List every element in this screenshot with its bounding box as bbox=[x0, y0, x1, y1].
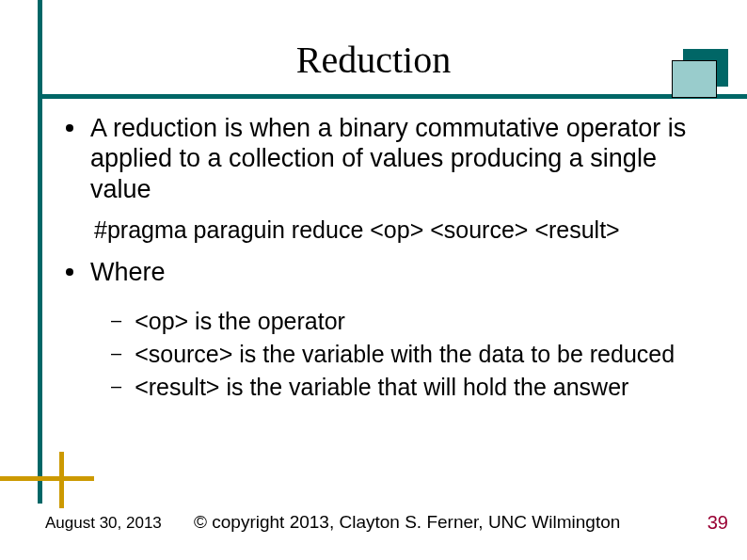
bullet-item: A reduction is when a binary commutative… bbox=[66, 113, 719, 204]
footer-date: August 30, 2013 bbox=[45, 514, 162, 533]
bullet-dash-icon: – bbox=[111, 343, 121, 364]
bullet-dot-icon bbox=[66, 268, 73, 276]
bullet-text: A reduction is when a binary commutative… bbox=[90, 113, 719, 204]
sub-bullet-text: <source> is the variable with the data t… bbox=[135, 340, 675, 369]
sub-bullet-item: – <result> is the variable that will hol… bbox=[111, 373, 719, 402]
footer-vertical-rule bbox=[59, 452, 64, 508]
slide-title: Reduction bbox=[0, 0, 747, 82]
bullet-text: Where bbox=[90, 257, 166, 287]
footer-copyright: © copyright 2013, Clayton S. Ferner, UNC… bbox=[194, 512, 620, 533]
pragma-line: #pragma paraguin reduce <op> <source> <r… bbox=[94, 216, 719, 244]
sub-bullet-item: – <source> is the variable with the data… bbox=[111, 340, 719, 369]
slide: Reduction A reduction is when a binary c… bbox=[0, 0, 747, 560]
bullet-dash-icon: – bbox=[111, 310, 121, 331]
sub-bullet-item: – <op> is the operator bbox=[111, 307, 719, 336]
footer-page-number: 39 bbox=[707, 512, 728, 534]
title-decor-icon bbox=[672, 49, 736, 98]
title-underline bbox=[38, 94, 747, 99]
sub-bullet-text: <result> is the variable that will hold … bbox=[135, 373, 628, 402]
bullet-dot-icon bbox=[66, 124, 73, 132]
footer-horizontal-rule bbox=[0, 476, 94, 481]
bullet-dash-icon: – bbox=[111, 376, 121, 397]
content-area: A reduction is when a binary commutative… bbox=[66, 113, 719, 406]
title-area: Reduction bbox=[0, 0, 747, 99]
bullet-item: Where bbox=[66, 257, 719, 287]
sub-bullet-text: <op> is the operator bbox=[135, 307, 345, 336]
